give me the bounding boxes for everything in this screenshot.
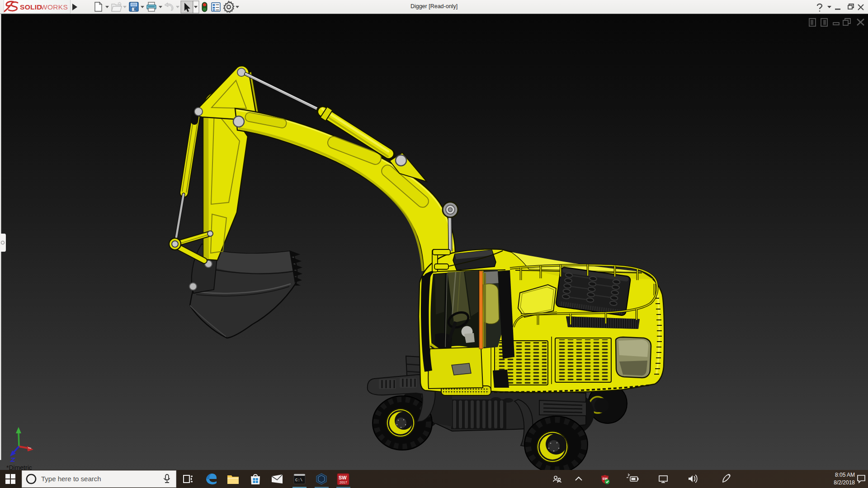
svg-text:SW: SW	[339, 475, 347, 480]
svg-text:2017: 2017	[340, 480, 347, 484]
svg-text:SOLID: SOLID	[20, 3, 42, 11]
svg-text:WORKS: WORKS	[41, 3, 68, 11]
svg-text:C:\: C:\	[295, 478, 302, 483]
